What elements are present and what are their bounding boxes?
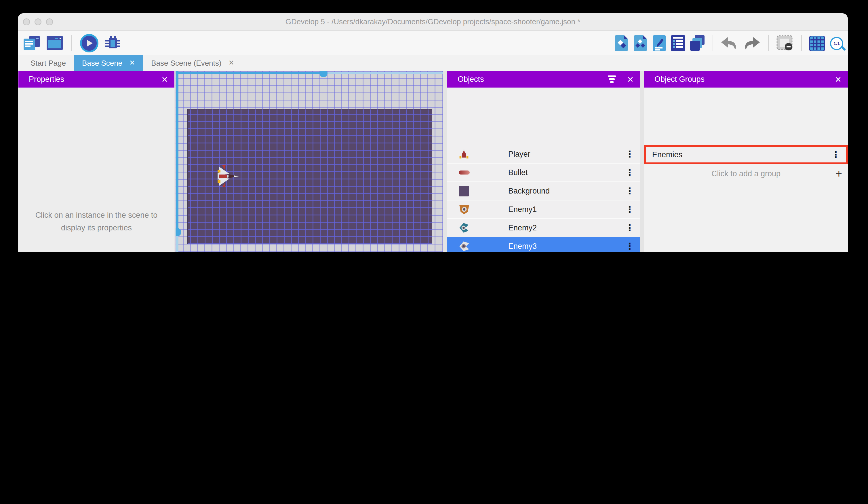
objects-panel: Objects ✕ Player ⋮ bbox=[447, 71, 640, 252]
object-row-enemy1[interactable]: Enemy1 ⋮ bbox=[447, 200, 640, 219]
zoom-ratio-label: 1:1 bbox=[834, 41, 840, 46]
scene-canvas[interactable]: 389;633 bbox=[176, 71, 443, 252]
canvas-hscroll-track[interactable] bbox=[176, 72, 323, 74]
group-menu-icon[interactable]: ⋮ bbox=[831, 150, 840, 159]
gdevelop-window: GDevelop 5 - /Users/dkarakay/Documents/G… bbox=[18, 13, 848, 252]
canvas-vscroll-knob[interactable] bbox=[176, 228, 181, 236]
enemy1-object-icon bbox=[456, 202, 472, 216]
object-menu-icon[interactable]: ⋮ bbox=[625, 150, 634, 159]
debug-bug-icon[interactable] bbox=[104, 34, 121, 52]
add-group-label: Click to add a group bbox=[711, 169, 781, 178]
close-icon[interactable]: ✕ bbox=[627, 74, 634, 84]
tab-label: Base Scene (Events) bbox=[151, 59, 221, 67]
group-row-enemies[interactable]: Enemies ⋮ bbox=[644, 145, 848, 164]
object-groups-panel-header: Object Groups ✕ bbox=[644, 71, 848, 88]
object-row-enemy2[interactable]: Enemy2 ⋮ bbox=[447, 219, 640, 237]
panel-title: Objects bbox=[458, 75, 484, 83]
objects-editor-icon[interactable] bbox=[614, 35, 628, 51]
object-row-bullet[interactable]: Bullet ⋮ bbox=[447, 164, 640, 182]
object-menu-icon[interactable]: ⋮ bbox=[625, 242, 634, 251]
panel-title: Object Groups bbox=[654, 75, 704, 83]
object-row-background[interactable]: Background ⋮ bbox=[447, 182, 640, 200]
title-bar: GDevelop 5 - /Users/dkarakay/Documents/G… bbox=[18, 13, 848, 31]
toolbar-separator bbox=[768, 35, 769, 51]
properties-panel: Properties ✕ Click on an instance in the… bbox=[18, 71, 174, 252]
object-menu-icon[interactable]: ⋮ bbox=[625, 223, 634, 232]
object-name: Enemy2 bbox=[508, 223, 537, 232]
group-name: Enemies bbox=[652, 150, 682, 159]
player-object-icon bbox=[456, 147, 472, 161]
canvas-hscroll-track-light[interactable] bbox=[328, 72, 443, 74]
objects-panel-header: Objects ✕ bbox=[447, 71, 640, 88]
add-group-row[interactable]: Click to add a group + bbox=[644, 165, 848, 182]
close-tab-icon[interactable]: ✕ bbox=[228, 59, 234, 67]
window-mask-icon[interactable] bbox=[776, 35, 794, 51]
project-manager-icon[interactable] bbox=[24, 36, 41, 51]
toolbar-separator bbox=[801, 35, 802, 51]
tab-base-scene[interactable]: Base Scene ✕ bbox=[74, 55, 143, 71]
tab-label: Start Page bbox=[31, 59, 66, 67]
toolbar-separator bbox=[71, 35, 72, 51]
filter-icon[interactable] bbox=[608, 76, 616, 83]
properties-editor-icon[interactable] bbox=[652, 35, 666, 51]
open-window-icon[interactable] bbox=[46, 36, 63, 51]
object-groups-panel: Object Groups ✕ Enemies ⋮ Click to add a… bbox=[644, 71, 848, 252]
object-name: Enemy1 bbox=[508, 205, 537, 214]
close-icon[interactable]: ✕ bbox=[835, 74, 841, 84]
enemy2-object-icon bbox=[456, 221, 472, 235]
close-tab-icon[interactable]: ✕ bbox=[129, 59, 135, 67]
toolbar-left-group bbox=[24, 33, 121, 53]
canvas-vscroll-track-light[interactable] bbox=[176, 236, 178, 252]
toolbar-separator bbox=[712, 35, 713, 51]
grid-icon[interactable] bbox=[809, 36, 825, 51]
redo-icon[interactable] bbox=[743, 36, 761, 50]
object-name: Player bbox=[508, 150, 530, 158]
object-name: Enemy3 bbox=[508, 242, 537, 251]
canvas-vscroll-track[interactable] bbox=[176, 71, 178, 232]
object-menu-icon[interactable]: ⋮ bbox=[625, 205, 634, 214]
object-menu-icon[interactable]: ⋮ bbox=[625, 187, 634, 195]
plus-icon[interactable]: + bbox=[836, 168, 842, 179]
window-title: GDevelop 5 - /Users/dkarakay/Documents/G… bbox=[18, 13, 848, 31]
close-icon[interactable]: ✕ bbox=[162, 74, 168, 84]
editor-tabs: Start Page Base Scene ✕ Base Scene (Even… bbox=[18, 55, 848, 71]
properties-empty-message: Click on an instance in the scene to dis… bbox=[30, 209, 163, 234]
tab-label: Base Scene bbox=[82, 59, 122, 67]
background-object-icon bbox=[456, 184, 472, 198]
properties-panel-header: Properties ✕ bbox=[18, 71, 174, 88]
toolbar-right-group: 1:1 bbox=[614, 33, 843, 53]
tab-start-page[interactable]: Start Page bbox=[22, 55, 74, 71]
bullet-object-icon bbox=[456, 165, 472, 179]
tab-base-scene-events[interactable]: Base Scene (Events) ✕ bbox=[143, 55, 242, 71]
object-row-player[interactable]: Player ⋮ bbox=[447, 145, 640, 164]
magnifier-handle bbox=[841, 46, 846, 51]
preview-play-button[interactable] bbox=[80, 34, 98, 52]
layers-panel-icon[interactable] bbox=[690, 35, 705, 51]
enemy3-object-icon bbox=[456, 239, 472, 252]
main-toolbar: 1:1 bbox=[18, 31, 848, 55]
object-row-enemy3[interactable]: Enemy3 ⋮ bbox=[447, 237, 640, 252]
instances-list-icon[interactable] bbox=[671, 35, 685, 51]
undo-icon[interactable] bbox=[721, 36, 738, 50]
canvas-hscroll-knob[interactable] bbox=[319, 71, 328, 77]
object-name: Background bbox=[508, 187, 550, 195]
object-groups-editor-icon[interactable] bbox=[633, 35, 647, 51]
panel-title: Properties bbox=[29, 75, 64, 83]
object-menu-icon[interactable]: ⋮ bbox=[625, 168, 634, 177]
zoom-reset-icon[interactable]: 1:1 bbox=[830, 37, 843, 50]
player-ship-instance[interactable] bbox=[214, 165, 239, 187]
object-name: Bullet bbox=[508, 168, 528, 177]
screenshot-stage: GDevelop 5 - /Users/dkarakay/Documents/G… bbox=[0, 0, 868, 252]
